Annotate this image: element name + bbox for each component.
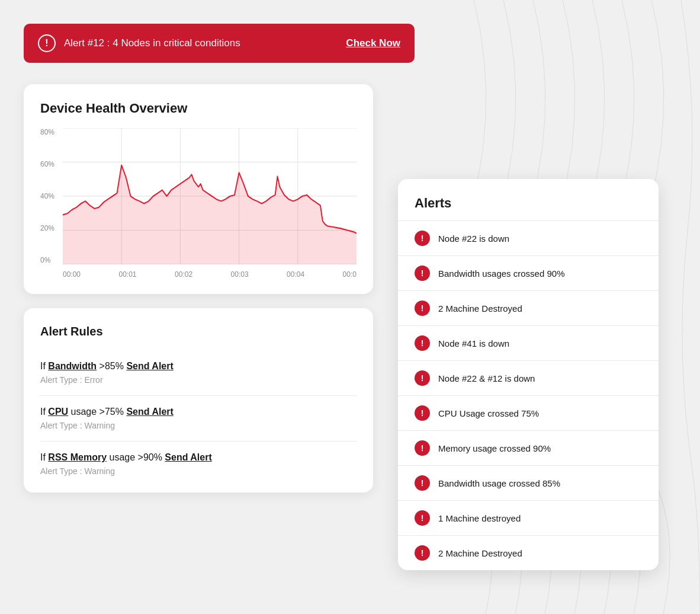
rule-text-bandwidth: If Bandwidth >85% Send Alert bbox=[40, 361, 357, 372]
rule-subtext-memory: Alert Type : Warning bbox=[40, 466, 357, 476]
alert-text-9: 1 Machine destroyed bbox=[438, 513, 521, 523]
alert-rules-card: Alert Rules If Bandwidth >85% Send Alert… bbox=[24, 308, 373, 493]
alert-icon-5: ! bbox=[415, 370, 430, 386]
alerts-title: Alerts bbox=[398, 196, 659, 221]
rule-action-memory: Send Alert bbox=[165, 452, 211, 462]
alert-banner-icon: ! bbox=[38, 34, 56, 52]
alert-text-7: Memory usage crossed 90% bbox=[438, 443, 551, 453]
health-overview-card: Device Health Overview 80% 60% 40% 20% 0… bbox=[24, 84, 373, 294]
alert-icon-8: ! bbox=[415, 475, 430, 491]
alert-banner-text: Alert #12 : 4 Nodes in critical conditio… bbox=[64, 37, 338, 49]
alert-item-1[interactable]: ! Node #22 is down bbox=[398, 221, 659, 256]
alert-icon-9: ! bbox=[415, 510, 430, 526]
alert-item-6[interactable]: ! CPU Usage crossed 75% bbox=[398, 396, 659, 431]
alert-text-10: 2 Machine Destroyed bbox=[438, 548, 522, 558]
alert-text-3: 2 Machine Destroyed bbox=[438, 303, 522, 314]
alert-item-4[interactable]: ! Node #41 is down bbox=[398, 326, 659, 361]
alerts-card: Alerts ! Node #22 is down ! Bandwidth us… bbox=[398, 179, 659, 570]
rule-keyword-memory: RSS Memory bbox=[48, 452, 107, 462]
alert-item-5[interactable]: ! Node #22 & #12 is down bbox=[398, 361, 659, 396]
alert-item-2[interactable]: ! Bandwidth usages crossed 90% bbox=[398, 256, 659, 291]
alert-text-6: CPU Usage crossed 75% bbox=[438, 408, 539, 418]
alert-icon-7: ! bbox=[415, 440, 430, 456]
alert-item-8[interactable]: ! Bandwidth usage crossed 85% bbox=[398, 466, 659, 501]
rule-subtext-cpu: Alert Type : Warning bbox=[40, 421, 357, 430]
alert-item-3[interactable]: ! 2 Machine Destroyed bbox=[398, 291, 659, 326]
check-now-button[interactable]: Check Now bbox=[346, 37, 400, 49]
alert-icon-4: ! bbox=[415, 335, 430, 351]
alert-icon-1: ! bbox=[415, 231, 430, 246]
alert-text-4: Node #41 is down bbox=[438, 338, 509, 348]
rule-item-memory: If RSS Memory usage >90% Send Alert Aler… bbox=[40, 442, 357, 487]
alert-rules-title: Alert Rules bbox=[40, 325, 357, 338]
alert-text-8: Bandwidth usage crossed 85% bbox=[438, 478, 560, 488]
rule-item-bandwidth: If Bandwidth >85% Send Alert Alert Type … bbox=[40, 350, 357, 396]
alert-banner: ! Alert #12 : 4 Nodes in critical condit… bbox=[24, 24, 415, 63]
rule-text-cpu: If CPU usage >75% Send Alert bbox=[40, 407, 357, 417]
alert-icon-3: ! bbox=[415, 300, 430, 316]
rule-text-memory: If RSS Memory usage >90% Send Alert bbox=[40, 452, 357, 463]
health-card-title: Device Health Overview bbox=[40, 101, 357, 116]
alert-item-9[interactable]: ! 1 Machine destroyed bbox=[398, 501, 659, 536]
chart-svg bbox=[63, 128, 357, 264]
alert-item-10[interactable]: ! 2 Machine Destroyed bbox=[398, 536, 659, 570]
rule-subtext-bandwidth: Alert Type : Error bbox=[40, 375, 357, 385]
rule-item-cpu: If CPU usage >75% Send Alert Alert Type … bbox=[40, 396, 357, 442]
chart-x-labels: 00:00 00:01 00:02 00:03 00:04 00:0 bbox=[63, 267, 357, 282]
rule-action-bandwidth: Send Alert bbox=[126, 361, 173, 371]
chart-y-labels: 80% 60% 40% 20% 0% bbox=[40, 128, 63, 264]
rule-keyword-bandwidth: Bandwidth bbox=[48, 361, 97, 371]
alert-text-1: Node #22 is down bbox=[438, 234, 509, 244]
chart-area: 80% 60% 40% 20% 0% bbox=[40, 128, 357, 282]
rule-keyword-cpu: CPU bbox=[48, 407, 68, 417]
alert-text-5: Node #22 & #12 is down bbox=[438, 373, 535, 383]
alert-icon-2: ! bbox=[415, 266, 430, 281]
alert-icon-10: ! bbox=[415, 545, 430, 561]
alert-item-7[interactable]: ! Memory usage crossed 90% bbox=[398, 431, 659, 466]
rule-action-cpu: Send Alert bbox=[126, 407, 173, 417]
alert-icon-6: ! bbox=[415, 405, 430, 421]
alert-text-2: Bandwidth usages crossed 90% bbox=[438, 268, 564, 279]
